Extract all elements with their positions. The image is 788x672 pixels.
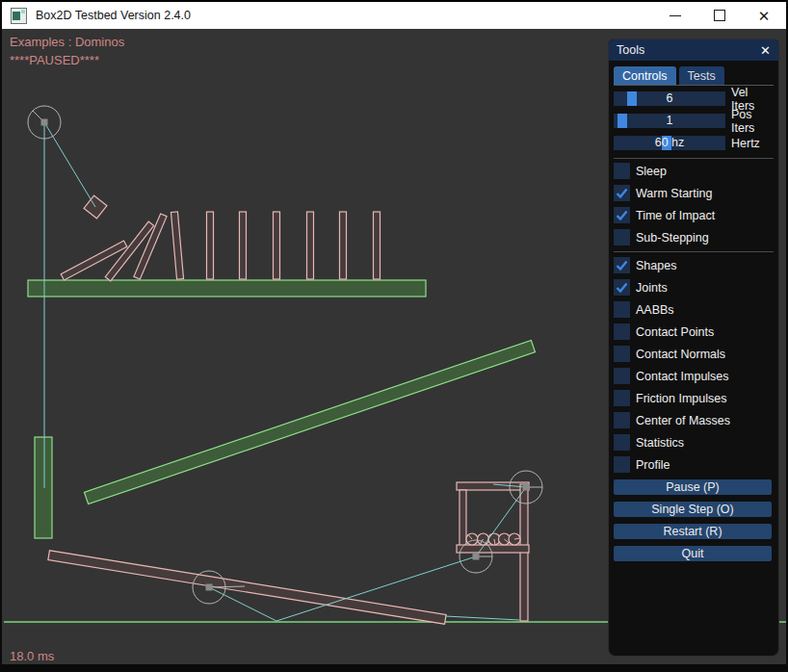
frame-time-label: 18.0 ms (10, 649, 54, 663)
checkbox-box[interactable] (614, 368, 630, 384)
button-single-step-o[interactable]: Single Step (O) (614, 502, 772, 517)
checkbox-contact-normals[interactable]: Contact Normals (614, 346, 774, 362)
dynamic-body (457, 545, 529, 553)
maximize-button[interactable] (697, 2, 742, 29)
checkbox-box[interactable] (614, 163, 630, 179)
close-icon: ✕ (758, 9, 771, 23)
paused-status-label: ****PAUSED**** (10, 53, 99, 67)
checkbox-label: Joints (636, 281, 668, 295)
checkbox-joints[interactable]: Joints (614, 279, 774, 296)
checkbox-contact-points[interactable]: Contact Points (614, 323, 774, 340)
close-button[interactable]: ✕ (742, 2, 786, 29)
window-title-bar: Box2D Testbed Version 2.4.0 ✕ (2, 0, 786, 29)
checkbox-box[interactable] (614, 207, 630, 223)
tools-panel-body: Controls Tests 6Vel Iters1Pos Iters60 hz… (609, 61, 778, 561)
dynamic-body (340, 212, 347, 279)
dynamic-body (171, 212, 183, 279)
checkbox-box[interactable] (614, 301, 630, 318)
dynamic-body (374, 212, 381, 279)
dynamic-body (240, 212, 247, 279)
checkbox-center-of-masses[interactable]: Center of Masses (614, 412, 774, 428)
tab-bar: Controls Tests (614, 66, 774, 86)
checkbox-contact-impulses[interactable]: Contact Impulses (614, 368, 774, 384)
static-body (35, 437, 52, 538)
slider-row-pos-iters: 1Pos Iters (614, 114, 774, 128)
checkbox-sleep[interactable]: Sleep (614, 163, 774, 179)
slider-vel-iters[interactable]: 6 (614, 91, 725, 106)
checkbox-warm-starting[interactable]: Warm Starting (614, 185, 774, 201)
slider-row-hertz: 60 hzHertz (614, 136, 774, 150)
slider-section: 6Vel Iters1Pos Iters60 hzHertz (614, 91, 774, 150)
tab-controls[interactable]: Controls (614, 66, 676, 85)
checkbox-aabbs[interactable]: AABBs (614, 301, 774, 318)
checkbox-box[interactable] (614, 229, 630, 246)
minimize-button[interactable] (653, 2, 697, 29)
slider-label: Hertz (731, 137, 760, 150)
window-controls: ✕ (653, 2, 786, 29)
joint-line (445, 616, 519, 620)
checkbox-label: Sleep (636, 165, 667, 178)
checkbox-label: Contact Points (636, 325, 714, 339)
checkbox-box[interactable] (614, 257, 630, 273)
checkbox-box[interactable] (614, 185, 630, 201)
tools-panel-titlebar[interactable]: Tools ✕ (609, 39, 778, 61)
checkbox-label: Sub-Stepping (636, 231, 709, 245)
checkbox-time-of-impact[interactable]: Time of Impact (614, 207, 774, 223)
checkbox-sub-stepping[interactable]: Sub-Stepping (614, 229, 774, 246)
window-title: Box2D Testbed Version 2.4.0 (36, 9, 191, 22)
button-quit[interactable]: Quit (614, 546, 772, 561)
slider-hertz[interactable]: 60 hz (614, 136, 725, 150)
checkbox-friction-impulses[interactable]: Friction Impulses (614, 390, 774, 406)
checkbox-box[interactable] (614, 456, 630, 473)
checkbox-section: SleepWarm StartingTime of ImpactSub-Step… (614, 163, 774, 473)
checkbox-label: Shapes (636, 259, 676, 272)
dynamic-body (61, 241, 127, 280)
joint-line (44, 122, 95, 207)
slider-value: 60 hz (614, 136, 725, 150)
checkbox-label: AABBs (636, 303, 674, 317)
example-name-label: Examples : Dominos (10, 35, 124, 49)
checkbox-box[interactable] (614, 346, 630, 362)
checkbox-box[interactable] (614, 279, 630, 296)
checkbox-label: Contact Impulses (636, 370, 729, 383)
checkbox-label: Center of Masses (636, 414, 730, 427)
button-restart-r[interactable]: Restart (R) (614, 524, 772, 539)
checkbox-profile[interactable]: Profile (614, 456, 774, 473)
static-body (84, 340, 535, 504)
joint-anchor (41, 119, 48, 126)
checkbox-shapes[interactable]: Shapes (614, 257, 774, 273)
maximize-icon (714, 10, 725, 21)
static-body (28, 280, 426, 297)
joint-anchor (523, 484, 530, 491)
tools-panel: Tools ✕ Controls Tests 6Vel Iters1Pos It… (608, 39, 779, 657)
slider-pos-iters[interactable]: 1 (614, 114, 725, 128)
action-buttons: Pause (P)Single Step (O)Restart (R)Quit (614, 479, 774, 561)
slider-value: 6 (614, 91, 725, 106)
checkbox-statistics[interactable]: Statistics (614, 434, 774, 451)
joint-anchor (473, 554, 480, 560)
tab-tests[interactable]: Tests (679, 66, 724, 85)
checkbox-label: Friction Impulses (636, 392, 726, 405)
checkbox-box[interactable] (614, 412, 630, 428)
checkbox-box[interactable] (614, 390, 630, 406)
checkbox-label: Contact Normals (636, 348, 725, 361)
dynamic-body (48, 551, 446, 625)
minimize-icon (670, 15, 681, 16)
checkbox-label: Time of Impact (636, 209, 715, 222)
app-icon (11, 8, 27, 24)
panel-close-icon[interactable]: ✕ (760, 43, 771, 58)
dynamic-body (460, 490, 466, 546)
slider-row-vel-iters: 6Vel Iters (614, 91, 774, 106)
checkbox-label: Profile (636, 458, 670, 472)
slider-label: Pos Iters (731, 108, 774, 135)
button-pause-p[interactable]: Pause (P) (614, 479, 772, 495)
checkbox-box[interactable] (614, 434, 630, 451)
checkbox-label: Statistics (636, 436, 684, 450)
check-icon (614, 185, 630, 201)
check-icon (614, 279, 630, 296)
joint-anchor (206, 584, 213, 591)
dynamic-body (207, 212, 214, 279)
checkbox-box[interactable] (614, 323, 630, 340)
slider-value: 1 (614, 114, 725, 128)
separator (614, 158, 774, 159)
